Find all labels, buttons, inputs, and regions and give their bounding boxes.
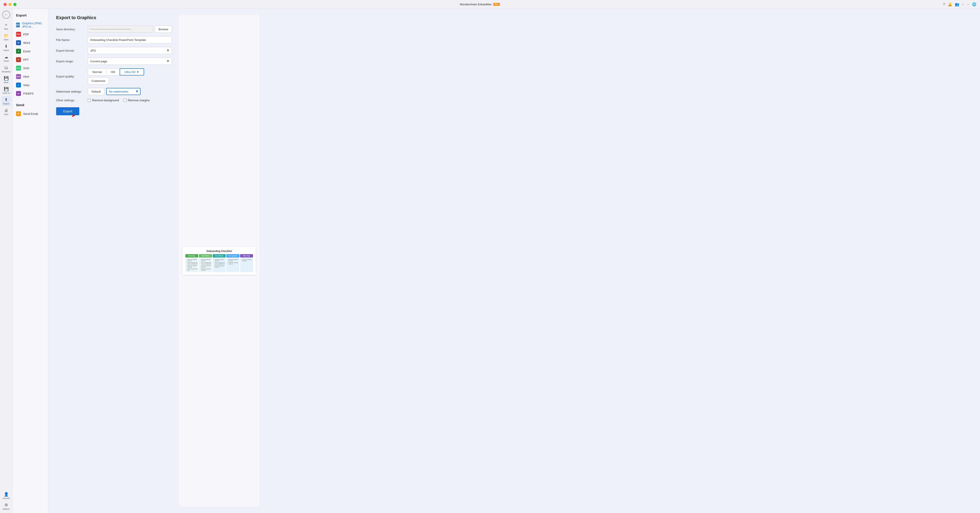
- remove-background-checkbox[interactable]: [88, 99, 91, 102]
- export-section-title: Export: [13, 11, 48, 20]
- col-item: Insert your desired text here: [213, 259, 225, 262]
- save-directory-input[interactable]: [88, 25, 153, 33]
- watermark-default-button[interactable]: Default: [88, 88, 105, 95]
- sidebar-item-templates[interactable]: 🗂 Templates: [2, 64, 11, 74]
- file-name-input[interactable]: [88, 36, 172, 43]
- sidebar-item-import[interactable]: ⬇ Import: [2, 43, 11, 52]
- back-button[interactable]: ←: [2, 11, 10, 19]
- col-item: This is example text here an desired tex…: [200, 262, 211, 265]
- col-item: Insert your desired text here: [213, 265, 225, 268]
- sidebar-item-new[interactable]: + New: [2, 21, 11, 31]
- checklist-col-quarter: First Quarter Insert your desired text h…: [226, 254, 239, 272]
- customize-button[interactable]: Customize: [88, 77, 109, 84]
- titlebar-right-icons: ? 🔔 👥 ↑ ··· 🌐: [943, 2, 977, 6]
- sidebar-item-options[interactable]: ⚙ Options: [2, 502, 11, 511]
- cloud-label: Cloud: [3, 60, 9, 62]
- preview-area: Onboarding Checklist First Day Insert yo…: [179, 15, 259, 507]
- html-icon: HTML: [16, 74, 21, 79]
- sidebar-item-export-send[interactable]: ⬆ Export: [2, 96, 11, 106]
- other-options: Remove background Remove margins: [88, 98, 150, 102]
- quality-top-row: Normal HD Ultra HD ▼: [88, 68, 144, 75]
- col-body-month: Insert your desired text here This is ex…: [213, 258, 226, 272]
- export-item-pdf[interactable]: PDF PDF: [13, 30, 48, 38]
- pseps-label: PS/EPS: [23, 92, 33, 95]
- hd-quality-button[interactable]: HD: [107, 68, 119, 75]
- help-icon[interactable]: ?: [943, 2, 945, 6]
- community-icon[interactable]: 👥: [955, 2, 959, 6]
- ultra-hd-quality-button[interactable]: Ultra HD ▼: [119, 68, 144, 75]
- ppt-icon: P: [16, 57, 21, 62]
- remove-margins-option[interactable]: Remove margins: [123, 98, 150, 102]
- checklist-col-year: First Year Insert your desired text here: [240, 254, 253, 272]
- file-name-row: File Name:: [56, 36, 172, 43]
- col-body-day: Insert your desired text here This is ex…: [185, 258, 198, 272]
- app-title-area: Wondershare EdrawMax Pro: [460, 3, 500, 6]
- normal-quality-button[interactable]: Normal: [88, 68, 107, 75]
- send-section: Send ✉ Send Email: [13, 101, 48, 118]
- cloud-icon: ☁: [4, 54, 8, 59]
- watermark-label: Watermark settings:: [56, 90, 85, 93]
- col-item: Insert your desired text here: [200, 259, 211, 262]
- export-format-select[interactable]: JPG PNG BMP TIFF GIF: [88, 47, 172, 54]
- export-button-row: Export ➤: [56, 107, 172, 115]
- col-item: This is example text here an desired tex…: [213, 262, 225, 265]
- preview-card: Onboarding Checklist First Day Insert yo…: [183, 247, 256, 275]
- remove-background-option[interactable]: Remove background: [88, 98, 119, 102]
- export-item-excel[interactable]: X Excel: [13, 47, 48, 56]
- new-label: New: [4, 28, 8, 30]
- watermark-settings-row: Watermark settings: Default No watermark…: [56, 88, 172, 95]
- more-icon[interactable]: ···: [966, 2, 969, 6]
- col-header-year: First Year: [240, 254, 253, 257]
- new-icon: +: [5, 23, 7, 27]
- watermark-select[interactable]: No watermarks Custom watermark: [106, 88, 140, 95]
- print-icon: 🖨: [4, 108, 8, 113]
- export-range-row: Export range: Current page All pages Cus…: [56, 58, 172, 65]
- export-item-svg[interactable]: SVG SVG: [13, 64, 48, 72]
- remove-background-label: Remove background: [92, 98, 119, 102]
- export-send-icon: ⬆: [5, 97, 8, 102]
- app-title: Wondershare EdrawMax: [460, 3, 492, 6]
- account-icon: 👤: [4, 492, 9, 497]
- remove-margins-checkbox[interactable]: [123, 99, 127, 102]
- sidebar-item-cloud[interactable]: ☁ Cloud: [2, 53, 11, 63]
- sidebar-item-save[interactable]: 💾 Save: [2, 75, 11, 84]
- export-range-select[interactable]: Current page All pages Custom range: [88, 58, 172, 65]
- sidebar-item-print[interactable]: 🖨 Print: [2, 107, 11, 117]
- user-avatar[interactable]: 🌐: [972, 2, 977, 6]
- close-button[interactable]: [3, 3, 7, 6]
- sidebar-item-open[interactable]: 📁 Open: [2, 32, 11, 42]
- export-range-select-wrapper: Current page All pages Custom range ▼: [88, 58, 172, 65]
- export-quality-label: Export quality:: [56, 75, 85, 78]
- col-body-week: Insert your desired text here This is ex…: [199, 258, 212, 272]
- export-format-select-wrapper: JPG PNG BMP TIFF GIF ▼: [88, 47, 172, 54]
- email-icon: ✉: [16, 111, 21, 116]
- export-button[interactable]: Export: [56, 107, 79, 115]
- col-header-day: First Day: [185, 254, 198, 257]
- browse-button[interactable]: Browse: [155, 25, 172, 33]
- col-item: Insert your desired text here: [227, 259, 238, 262]
- pro-badge: Pro: [493, 3, 500, 6]
- export-item-ppt[interactable]: P PPT: [13, 56, 48, 64]
- share-icon[interactable]: ↑: [962, 2, 964, 6]
- minimize-button[interactable]: [8, 3, 11, 6]
- col-item: This is example text here an desired tex…: [186, 262, 197, 265]
- export-item-send-email[interactable]: ✉ Send Email: [13, 110, 48, 118]
- send-section-title: Send: [13, 101, 48, 110]
- export-item-graphics[interactable]: IMG Graphics (PNG, JPG et...: [13, 20, 48, 30]
- other-settings-row: Other settings: Remove background Remove…: [56, 98, 172, 102]
- watermark-select-wrapper: No watermarks Custom watermark ▼: [106, 88, 140, 95]
- export-item-visio[interactable]: V Visio: [13, 81, 48, 89]
- export-item-pseps[interactable]: PS PS/EPS: [13, 89, 48, 98]
- sidebar-item-account[interactable]: 👤 Account: [2, 491, 11, 500]
- visio-label: Visio: [23, 83, 29, 87]
- maximize-button[interactable]: [13, 3, 16, 6]
- html-label: Html: [23, 75, 29, 78]
- export-item-word[interactable]: W Word: [13, 38, 48, 47]
- export-item-html[interactable]: HTML Html: [13, 72, 48, 81]
- checklist-col-day: First Day Insert your desired text here …: [185, 254, 198, 272]
- quality-buttons-group: Normal HD Ultra HD ▼ Customize: [88, 68, 144, 84]
- account-label: Account: [2, 497, 10, 499]
- sidebar-item-save-as[interactable]: 💾 Save As: [2, 86, 11, 95]
- notification-icon[interactable]: 🔔: [948, 2, 952, 6]
- save-label: Save: [4, 81, 8, 83]
